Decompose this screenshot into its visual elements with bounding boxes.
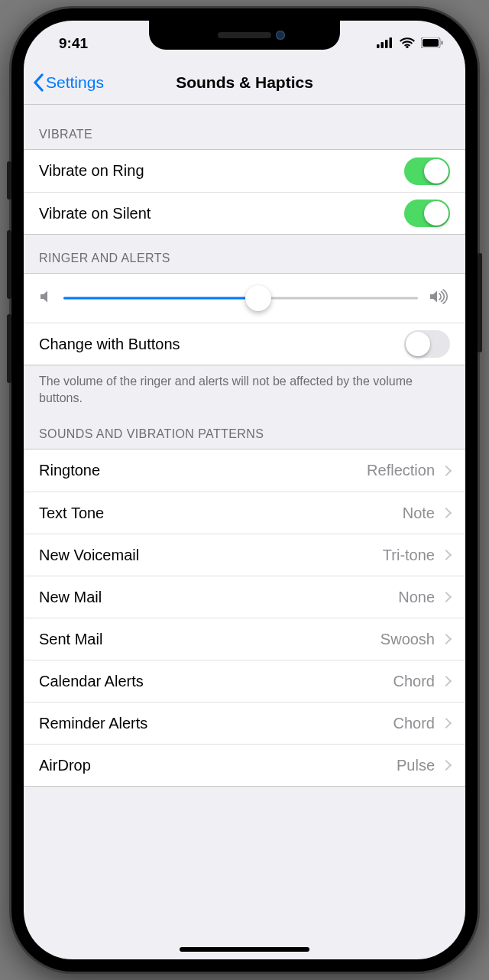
chevron-right-icon [441, 508, 452, 518]
row-reminder-alerts[interactable]: Reminder AlertsChord [24, 702, 465, 744]
chevron-right-icon [441, 550, 452, 560]
section-header-vibrate: VIBRATE [24, 105, 465, 149]
row-detail: Reflection [367, 462, 435, 479]
svg-rect-3 [390, 37, 393, 48]
home-indicator[interactable] [180, 947, 309, 952]
row-detail: Pulse [397, 757, 435, 774]
row-label: New Voicemail [39, 547, 383, 564]
row-label: Text Tone [39, 505, 403, 522]
chevron-right-icon [441, 634, 452, 644]
back-button[interactable]: Settings [33, 73, 104, 92]
row-label: Vibrate on Ring [39, 162, 404, 180]
switch-change-with-buttons[interactable] [404, 330, 450, 358]
volume-low-icon [40, 290, 51, 307]
svg-rect-6 [442, 41, 443, 45]
row-airdrop[interactable]: AirDropPulse [24, 744, 465, 786]
chevron-right-icon [441, 676, 452, 686]
switch-vibrate-on-silent[interactable] [404, 200, 450, 227]
cellular-icon [377, 35, 393, 52]
row-label: Change with Buttons [39, 336, 404, 353]
row-text-tone[interactable]: Text ToneNote [24, 492, 465, 534]
status-time: 9:41 [45, 35, 88, 52]
switch-vibrate-on-ring[interactable] [404, 157, 450, 185]
row-detail: Chord [393, 673, 435, 690]
wifi-icon [400, 35, 415, 52]
chevron-left-icon [33, 73, 44, 92]
volume-slider[interactable] [63, 284, 418, 312]
row-sent-mail[interactable]: Sent MailSwoosh [24, 618, 465, 660]
row-label: New Mail [39, 589, 398, 606]
battery-icon [421, 35, 444, 52]
section-header-ringer: RINGER AND ALERTS [24, 235, 465, 273]
row-ringtone[interactable]: RingtoneReflection [24, 449, 465, 492]
row-label: Vibrate on Silent [39, 205, 404, 222]
nav-bar: Settings Sounds & Haptics [24, 60, 465, 105]
chevron-right-icon [441, 760, 452, 771]
chevron-right-icon [441, 718, 452, 729]
chevron-right-icon [441, 466, 452, 476]
back-label: Settings [46, 73, 104, 92]
row-detail: Swoosh [381, 631, 435, 648]
row-change-with-buttons[interactable]: Change with Buttons [24, 323, 465, 365]
svg-rect-2 [385, 40, 388, 48]
row-vibrate-on-silent[interactable]: Vibrate on Silent [24, 192, 465, 234]
row-label: Sent Mail [39, 631, 381, 648]
row-detail: Chord [393, 715, 435, 732]
volume-high-icon [430, 289, 449, 308]
row-vibrate-on-ring[interactable]: Vibrate on Ring [24, 150, 465, 192]
row-detail: Note [403, 505, 435, 522]
row-detail: Tri-tone [383, 547, 435, 564]
row-volume-slider[interactable] [24, 274, 465, 323]
row-calendar-alerts[interactable]: Calendar AlertsChord [24, 660, 465, 702]
svg-rect-5 [423, 39, 439, 47]
row-label: AirDrop [39, 757, 397, 774]
section-footer-ringer: The volume of the ringer and alerts will… [24, 365, 465, 410]
row-label: Reminder Alerts [39, 715, 393, 732]
section-header-patterns: SOUNDS AND VIBRATION PATTERNS [24, 410, 465, 449]
row-detail: None [398, 589, 435, 606]
row-label: Calendar Alerts [39, 673, 393, 690]
row-new-voicemail[interactable]: New VoicemailTri-tone [24, 534, 465, 576]
svg-rect-0 [377, 44, 380, 48]
row-new-mail[interactable]: New MailNone [24, 576, 465, 618]
svg-rect-1 [381, 42, 384, 48]
row-label: Ringtone [39, 462, 367, 479]
chevron-right-icon [441, 592, 452, 602]
